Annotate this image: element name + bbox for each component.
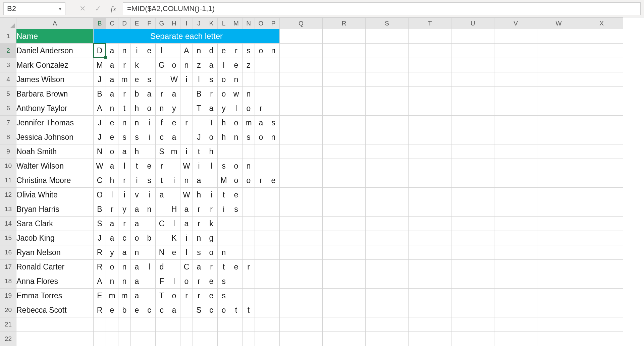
cell-letter[interactable]: [168, 188, 180, 202]
cell-letter[interactable]: r: [193, 289, 205, 303]
cell-letter[interactable]: o: [143, 101, 156, 116]
cell-empty[interactable]: [168, 332, 180, 346]
cell-empty[interactable]: [280, 317, 323, 332]
cell-empty[interactable]: [537, 188, 580, 202]
cell-letter[interactable]: W: [94, 159, 106, 173]
cell-letter[interactable]: J: [94, 231, 106, 245]
cell-letter[interactable]: o: [255, 44, 267, 58]
cell-letter[interactable]: m: [106, 289, 118, 303]
cell-letter[interactable]: K: [168, 231, 180, 245]
cell-letter[interactable]: i: [143, 130, 156, 144]
cell-letter[interactable]: t: [218, 188, 230, 202]
cell-empty[interactable]: [580, 274, 623, 289]
cell-letter[interactable]: [230, 289, 243, 303]
cell-empty[interactable]: [451, 72, 494, 87]
cell-empty[interactable]: [494, 217, 537, 231]
cell-name[interactable]: Jennifer Thomas: [16, 116, 94, 130]
cell-empty[interactable]: [580, 87, 623, 101]
cell-empty[interactable]: [537, 231, 580, 245]
cell-empty[interactable]: [451, 173, 494, 188]
cell-empty[interactable]: [537, 116, 580, 130]
column-header-N[interactable]: N: [243, 18, 255, 29]
row-header-8[interactable]: 8: [0, 130, 16, 144]
cell-letter[interactable]: a: [193, 260, 205, 274]
cell-letter[interactable]: n: [193, 231, 205, 245]
cell-letter[interactable]: [267, 159, 280, 173]
cell-letter[interactable]: f: [156, 116, 168, 130]
cell-empty[interactable]: [280, 202, 323, 217]
cell-empty[interactable]: [267, 332, 280, 346]
cell-empty[interactable]: [255, 332, 267, 346]
cell-empty[interactable]: [366, 58, 409, 72]
cell-empty[interactable]: [366, 116, 409, 130]
cell-name[interactable]: Olivia White: [16, 188, 94, 202]
cell-letter[interactable]: [267, 260, 280, 274]
cell-empty[interactable]: [180, 332, 193, 346]
cell-empty[interactable]: [366, 260, 409, 274]
cell-letter[interactable]: r: [243, 260, 255, 274]
column-header-U[interactable]: U: [451, 18, 494, 29]
cell-letter[interactable]: e: [168, 245, 180, 260]
cell-letter[interactable]: n: [180, 58, 193, 72]
cell-letter[interactable]: O: [94, 188, 106, 202]
cell-letter[interactable]: [255, 202, 267, 217]
name-box[interactable]: B2 ▼: [3, 2, 65, 15]
cell-letter[interactable]: i: [143, 116, 156, 130]
column-header-E[interactable]: E: [131, 18, 143, 29]
cell-empty[interactable]: [280, 87, 323, 101]
column-header-A[interactable]: A: [16, 18, 94, 29]
cell-letter[interactable]: a: [180, 202, 193, 217]
cell-empty[interactable]: [218, 332, 230, 346]
cell-empty[interactable]: [366, 274, 409, 289]
cell-letter[interactable]: a: [131, 260, 143, 274]
cell-empty[interactable]: [409, 260, 451, 274]
cell-letter[interactable]: a: [131, 289, 143, 303]
cell-letter[interactable]: A: [180, 44, 193, 58]
cell-empty[interactable]: [243, 332, 255, 346]
cell-empty[interactable]: [409, 289, 451, 303]
cell-empty[interactable]: [323, 260, 366, 274]
cell-letter[interactable]: a: [106, 44, 118, 58]
cell-empty[interactable]: [451, 332, 494, 346]
column-header-V[interactable]: V: [494, 18, 537, 29]
cell-empty[interactable]: [451, 58, 494, 72]
cell-empty[interactable]: [494, 44, 537, 58]
cell-letter[interactable]: M: [218, 173, 230, 188]
cell-empty[interactable]: [280, 231, 323, 245]
cell-letter[interactable]: s: [267, 116, 280, 130]
cell-empty[interactable]: [409, 245, 451, 260]
cell-letter[interactable]: h: [205, 144, 218, 159]
cell-empty[interactable]: [323, 116, 366, 130]
cell-empty[interactable]: [323, 144, 366, 159]
cell-letter[interactable]: [156, 231, 168, 245]
column-header-R[interactable]: R: [323, 18, 366, 29]
cell-letter[interactable]: l: [118, 159, 131, 173]
cell-letter[interactable]: J: [193, 130, 205, 144]
cell-empty[interactable]: [280, 101, 323, 116]
cell-letter[interactable]: r: [255, 173, 267, 188]
cell-letter[interactable]: a: [106, 87, 118, 101]
cell-letter[interactable]: [230, 231, 243, 245]
cell-empty[interactable]: [366, 245, 409, 260]
cell-empty[interactable]: [494, 87, 537, 101]
column-header-W[interactable]: W: [537, 18, 580, 29]
cell-letter[interactable]: e: [106, 130, 118, 144]
cell-empty[interactable]: [280, 44, 323, 58]
cell-letter[interactable]: o: [218, 303, 230, 317]
cell-letter[interactable]: [180, 87, 193, 101]
cell-empty[interactable]: [537, 289, 580, 303]
cell-letter[interactable]: N: [156, 245, 168, 260]
cell-empty[interactable]: [580, 245, 623, 260]
cell-letter[interactable]: b: [118, 303, 131, 317]
cell-letter[interactable]: y: [218, 101, 230, 116]
cell-empty[interactable]: [537, 217, 580, 231]
cell-empty[interactable]: [494, 72, 537, 87]
cell-empty[interactable]: [494, 303, 537, 317]
cell-letter[interactable]: [243, 217, 255, 231]
cell-letter[interactable]: [255, 217, 267, 231]
cell-empty[interactable]: [409, 303, 451, 317]
cell-letter[interactable]: [255, 87, 267, 101]
cell-letter[interactable]: E: [94, 289, 106, 303]
cell-letter[interactable]: l: [205, 159, 218, 173]
cell-letter[interactable]: a: [131, 274, 143, 289]
